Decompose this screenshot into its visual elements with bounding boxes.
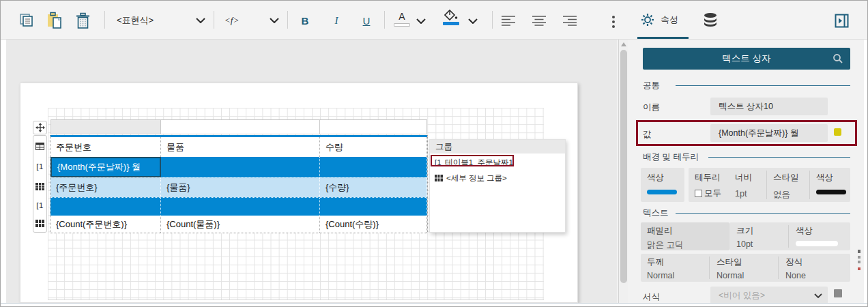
font-family-value: 맑은 고딕 bbox=[647, 239, 729, 251]
tab-data[interactable] bbox=[702, 12, 719, 29]
border-property[interactable]: 테두리 모두 bbox=[689, 168, 732, 202]
column-selector-3[interactable] bbox=[319, 119, 427, 134]
border-color-property[interactable]: 색상 bbox=[810, 168, 850, 202]
font-decoration-property[interactable]: 장식 None bbox=[779, 254, 850, 282]
row-handle-footer[interactable] bbox=[33, 214, 46, 232]
table-move-handle[interactable] bbox=[33, 121, 47, 134]
toolbar-separator bbox=[492, 11, 493, 29]
font-weight-value: Normal bbox=[647, 271, 709, 280]
detail-row[interactable]: {주문번호} {물품} {수량} bbox=[50, 177, 427, 197]
row-handle-detail[interactable] bbox=[33, 177, 46, 196]
properties-panel: 텍스트 상자 공통 이름 텍스트 상자10 값 {Month(주문날짜)} 월 … bbox=[628, 40, 864, 303]
detail-cell[interactable]: {수량} bbox=[320, 178, 427, 197]
align-left-button[interactable] bbox=[500, 14, 517, 27]
border-width-property[interactable]: 너비 1pt bbox=[732, 168, 766, 202]
detail-cell-text: {수량} bbox=[326, 181, 349, 194]
footer-cell[interactable]: {Count(수량)} bbox=[320, 216, 427, 233]
expression-marker[interactable] bbox=[834, 128, 841, 136]
table-footer-row[interactable]: {Count(주문번호)} {Count(물품)} {Count(수량)} bbox=[50, 216, 427, 233]
group-header-cell[interactable] bbox=[161, 157, 320, 177]
font-decoration-value: None bbox=[785, 271, 850, 280]
font-family-label: 패밀리 bbox=[647, 225, 729, 237]
row-handle-header[interactable] bbox=[33, 136, 46, 157]
group-footer-cell[interactable] bbox=[320, 198, 427, 216]
delete-button[interactable] bbox=[74, 12, 91, 29]
table-header-row[interactable]: 주문번호 물품 수량 bbox=[50, 137, 427, 157]
bold-button[interactable]: B bbox=[297, 13, 313, 28]
database-icon bbox=[703, 12, 718, 29]
name-value: 텍스트 상자10 bbox=[719, 101, 773, 113]
group-footer-cell[interactable] bbox=[161, 198, 320, 216]
group-panel: 그룹 [1 테이블1_주문날짜1 <세부 정보 그룹> bbox=[429, 139, 566, 233]
header-cell[interactable]: 수량 bbox=[320, 137, 427, 157]
design-canvas[interactable]: [1 [1 주문번호 물품 수량 bbox=[6, 40, 618, 303]
group-item-label: 테이블1_주문날짜1 bbox=[445, 158, 513, 168]
underline-button[interactable]: U bbox=[358, 13, 375, 28]
border-style-property[interactable]: 스타일 없음 bbox=[767, 168, 809, 202]
tab-properties[interactable]: 속성 bbox=[641, 13, 678, 27]
section-divider bbox=[708, 157, 850, 158]
group-header-cell[interactable] bbox=[320, 157, 427, 177]
font-size-property[interactable]: 크기 10pt bbox=[729, 222, 788, 250]
group-footer-row[interactable] bbox=[50, 197, 427, 216]
align-center-button[interactable] bbox=[531, 14, 547, 27]
group-item-date[interactable]: [1 테이블1_주문날짜1 bbox=[430, 156, 565, 169]
font-color-property[interactable]: 색상 bbox=[789, 222, 850, 250]
footer-cell-text: {Count(물품)} bbox=[167, 218, 220, 231]
detail-cell[interactable]: {물품} bbox=[161, 178, 320, 197]
detail-cell[interactable]: {주문번호} bbox=[50, 178, 161, 197]
dot bbox=[612, 25, 615, 28]
scrollbar-up-arrow[interactable] bbox=[621, 42, 626, 46]
group-header-row[interactable]: {Month(주문날짜)} 월 bbox=[50, 157, 427, 177]
expression-dropdown[interactable]: <표현식> bbox=[117, 11, 205, 30]
group-item-detail[interactable]: <세부 정보 그룹> bbox=[430, 172, 565, 184]
font-color-swatch bbox=[394, 23, 410, 27]
border-label: 테두리 bbox=[695, 172, 732, 184]
font-family-property[interactable]: 패밀리 맑은 고딕 bbox=[641, 222, 729, 250]
row-handle-group-header[interactable]: [1 bbox=[33, 157, 46, 177]
collapse-panel-button[interactable] bbox=[833, 12, 850, 29]
row-gutter[interactable]: [1 [1 bbox=[33, 135, 47, 233]
value-field[interactable]: {Month(주문날짜)} 월 bbox=[710, 124, 828, 142]
font-weight-style-group: 두께 Normal 스타일 Normal 장식 None bbox=[641, 254, 850, 282]
search-icon[interactable] bbox=[833, 53, 843, 64]
copy-button[interactable] bbox=[18, 12, 35, 29]
header-cell[interactable]: 주문번호 bbox=[50, 137, 161, 157]
properties-tab-label: 속성 bbox=[661, 14, 678, 26]
selected-textbox-cell[interactable]: {Month(주문날짜)} 월 bbox=[50, 157, 161, 177]
name-field[interactable]: 텍스트 상자10 bbox=[710, 98, 828, 115]
table-row-dark-icon bbox=[35, 220, 44, 227]
toolbar-overflow-button[interactable] bbox=[612, 14, 615, 30]
format-dropdown[interactable]: <비어 있음> bbox=[710, 287, 828, 304]
italic-button[interactable]: I bbox=[328, 13, 345, 28]
border-all-checkbox[interactable] bbox=[695, 190, 702, 197]
column-selector-1[interactable] bbox=[50, 119, 161, 134]
column-selector-2[interactable] bbox=[160, 119, 320, 134]
header-cell-text: 주문번호 bbox=[56, 141, 91, 154]
report-table[interactable]: 주문번호 물품 수량 {Month(주문날짜)} 월 {주문번호} {물품} {… bbox=[50, 135, 427, 233]
fill-color-button[interactable] bbox=[442, 10, 461, 30]
font-style-property[interactable]: 스타일 Normal bbox=[710, 254, 778, 282]
paste-button[interactable] bbox=[46, 11, 63, 30]
group-footer-cell[interactable] bbox=[50, 198, 161, 216]
scrollbar-thumb[interactable] bbox=[620, 50, 627, 283]
align-right-button[interactable] bbox=[562, 14, 578, 27]
font-color-dropdown[interactable] bbox=[416, 17, 426, 25]
border-width-value: 1pt bbox=[735, 189, 766, 199]
font-color-button[interactable]: A bbox=[392, 11, 411, 30]
row-handle-group-footer[interactable]: [1 bbox=[33, 196, 46, 215]
header-cell[interactable]: 물품 bbox=[161, 137, 320, 157]
fill-color-swatch bbox=[443, 22, 459, 25]
fill-color-dropdown[interactable] bbox=[467, 17, 478, 25]
footer-cell[interactable]: {Count(물품)} bbox=[161, 216, 320, 233]
function-dropdown[interactable]: <f> bbox=[225, 11, 279, 30]
footer-cell[interactable]: {Count(주문번호)} bbox=[50, 216, 161, 233]
format-marker[interactable] bbox=[834, 289, 842, 297]
font-style-label: 스타일 bbox=[717, 257, 778, 268]
canvas-scrollbar[interactable] bbox=[618, 40, 628, 303]
fill-color-property[interactable]: 색상 bbox=[641, 168, 684, 202]
move-icon bbox=[35, 123, 45, 132]
paint-bucket-icon bbox=[444, 10, 458, 20]
font-weight-property[interactable]: 두께 Normal bbox=[641, 254, 709, 282]
section-divider bbox=[676, 213, 850, 214]
